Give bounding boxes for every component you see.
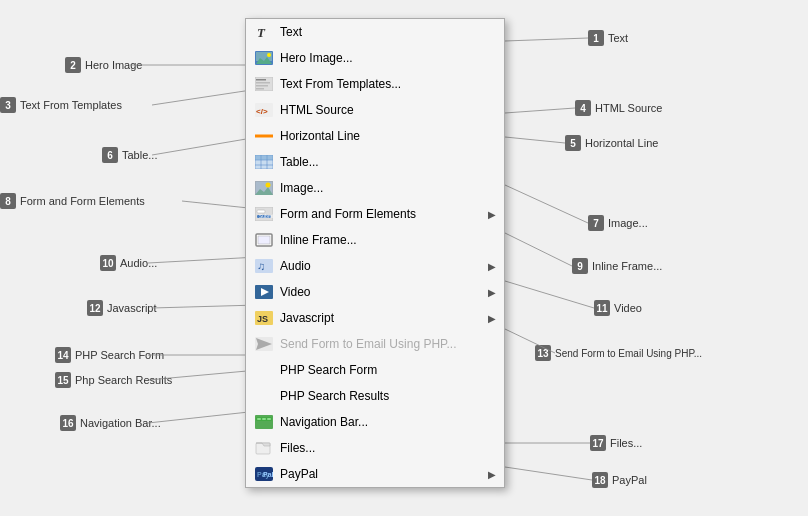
js-icon: JS	[254, 308, 274, 328]
left-label-php-search-form: 14 PHP Search Form	[55, 347, 164, 363]
svg-line-9	[505, 38, 588, 41]
menu-item-text-from-templates[interactable]: Text From Templates...	[246, 71, 504, 97]
template-icon	[254, 74, 274, 94]
javascript-arrow-icon: ▶	[488, 313, 496, 324]
files-icon	[254, 438, 274, 458]
svg-rect-24	[256, 79, 266, 81]
menu-item-horizontal-line[interactable]: Horizontal Line	[246, 123, 504, 149]
right-label-inline-frame: 9 Inline Frame...	[572, 258, 662, 274]
menu-item-php-search-form[interactable]: PHP Search Form	[246, 357, 504, 383]
svg-rect-45	[258, 236, 270, 244]
menu-item-paypal[interactable]: PayPal PayPal ▶	[246, 461, 504, 487]
svg-text:Pal: Pal	[263, 471, 273, 478]
menu-item-send-form[interactable]: Send Form to Email Using PHP...	[246, 331, 504, 357]
badge-5: 5	[565, 135, 581, 151]
menu-video-label: Video	[280, 285, 488, 299]
svg-text:♫: ♫	[257, 260, 265, 272]
menu-form-label: Form and Form Elements	[280, 207, 488, 221]
menu-audio-label: Audio	[280, 259, 488, 273]
left-label-text-from-templates: 3 Text From Templates	[0, 97, 122, 113]
menu-item-table[interactable]: Table...	[246, 149, 504, 175]
svg-point-39	[266, 183, 271, 188]
right-label-text: 1 Text	[588, 30, 628, 46]
badge-6: 6	[102, 147, 118, 163]
svg-rect-27	[256, 88, 264, 90]
badge-17: 17	[590, 435, 606, 451]
right-label-horizontal-line: 5 Horizontal Line	[565, 135, 658, 151]
image-icon	[254, 178, 274, 198]
form-icon: Submit	[254, 204, 274, 224]
badge-18: 18	[592, 472, 608, 488]
svg-line-14	[505, 281, 594, 308]
svg-line-8	[148, 411, 258, 423]
badge-13: 13	[535, 345, 551, 361]
svg-line-1	[152, 89, 258, 105]
badge-3: 3	[0, 97, 16, 113]
badge-11: 11	[594, 300, 610, 316]
menu-iframe-label: Inline Frame...	[280, 233, 496, 247]
badge-1: 1	[588, 30, 604, 46]
badge-2: 2	[65, 57, 81, 73]
svg-line-4	[148, 257, 258, 263]
menu-php-form-label: PHP Search Form	[280, 363, 496, 377]
video-icon	[254, 282, 274, 302]
right-label-files: 17 Files...	[590, 435, 642, 451]
badge-8: 8	[0, 193, 16, 209]
badge-7: 7	[588, 215, 604, 231]
menu-item-image[interactable]: Image...	[246, 175, 504, 201]
menu-javascript-label: Javascript	[280, 311, 488, 325]
left-label-navigation-bar: 16 Navigation Bar...	[60, 415, 161, 431]
right-label-video: 11 Video	[594, 300, 642, 316]
menu-item-files[interactable]: Files...	[246, 435, 504, 461]
menu-text-label: Text	[280, 25, 496, 39]
audio-arrow-icon: ▶	[488, 261, 496, 272]
badge-15: 15	[55, 372, 71, 388]
menu-send-form-label: Send Form to Email Using PHP...	[280, 337, 496, 351]
badge-10: 10	[100, 255, 116, 271]
form-arrow-icon: ▶	[488, 209, 496, 220]
left-label-hero-image: 2 Hero Image	[65, 57, 142, 73]
badge-9: 9	[572, 258, 588, 274]
menu-item-inline-frame[interactable]: Inline Frame...	[246, 227, 504, 253]
left-label-javascript: 12 Javascript	[87, 300, 157, 316]
svg-line-17	[505, 467, 592, 480]
menu-item-html-source[interactable]: </> HTML Source	[246, 97, 504, 123]
right-label-html-source: 4 HTML Source	[575, 100, 662, 116]
menu-item-audio[interactable]: ♫ Audio ▶	[246, 253, 504, 279]
svg-line-2	[152, 137, 258, 155]
menu-table-label: Table...	[280, 155, 496, 169]
menu-item-php-search-results[interactable]: PHP Search Results	[246, 383, 504, 409]
php-results-icon	[254, 386, 274, 406]
menu-hr-label: Horizontal Line	[280, 129, 496, 143]
menu-item-video[interactable]: Video ▶	[246, 279, 504, 305]
menu-item-hero-image[interactable]: Hero Image...	[246, 45, 504, 71]
left-label-audio: 10 Audio...	[100, 255, 157, 271]
svg-text:</>: </>	[256, 107, 268, 116]
badge-4: 4	[575, 100, 591, 116]
menu-item-javascript[interactable]: JS Javascript ▶	[246, 305, 504, 331]
left-label-php-search-results: 15 Php Search Results	[55, 372, 172, 388]
left-label-form: 8 Form and Form Elements	[0, 193, 145, 209]
menu-item-form[interactable]: Submit Form and Form Elements ▶	[246, 201, 504, 227]
svg-rect-58	[267, 418, 271, 420]
badge-16: 16	[60, 415, 76, 431]
menu-hero-image-label: Hero Image...	[280, 51, 496, 65]
paypal-arrow-icon: ▶	[488, 469, 496, 480]
html-icon: </>	[254, 100, 274, 120]
svg-rect-25	[256, 82, 270, 84]
paypal-icon: PayPal	[254, 464, 274, 484]
send-form-icon	[254, 334, 274, 354]
table-icon	[254, 152, 274, 172]
badge-14: 14	[55, 347, 71, 363]
right-label-paypal: 18 PayPal	[592, 472, 647, 488]
menu-item-navigation-bar[interactable]: Navigation Bar...	[246, 409, 504, 435]
svg-rect-56	[257, 418, 261, 420]
text-icon: T	[254, 22, 274, 42]
menu-html-label: HTML Source	[280, 103, 496, 117]
menu-item-text[interactable]: T Text	[246, 19, 504, 45]
right-label-send-form: 13 Send Form to Email Using PHP...	[535, 345, 702, 361]
svg-line-5	[152, 305, 258, 308]
svg-rect-26	[256, 85, 268, 87]
hr-icon	[254, 126, 274, 146]
video-arrow-icon: ▶	[488, 287, 496, 298]
